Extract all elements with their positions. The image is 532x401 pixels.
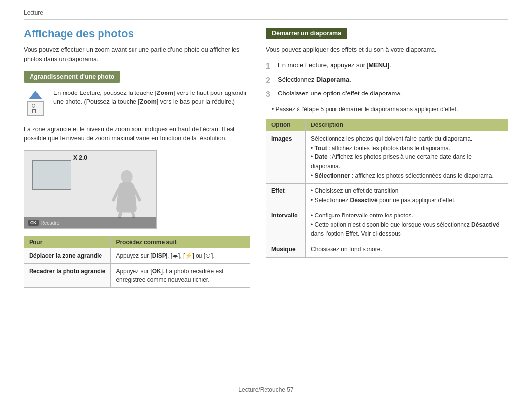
demarrer-header: Démarrer un diaporama [266, 28, 347, 39]
table-cell-action: Appuyez sur [OK]. La photo recadrée est … [111, 264, 250, 288]
right-table-header-option: Option [266, 119, 306, 131]
zoom-square-icon [32, 109, 36, 113]
page-title: Affichage des photos [24, 28, 250, 40]
instructions-table: Pour Procédez comme suit Déplacer la zon… [24, 236, 250, 288]
step-2: 2 Sélectionnez Diaporama. [266, 76, 508, 86]
numbered-steps: 1 En mode Lecture, appuyez sur [MENU]. 2… [266, 62, 508, 100]
option-desc-images: Sélectionnez les photos qui doivent fair… [306, 131, 508, 184]
table-row-musique: Musique Choisissez un fond sonore. [266, 242, 508, 258]
table-row-effet: Effet • Choisissez un effet de transitio… [266, 184, 508, 208]
ok-badge: OK [28, 220, 39, 226]
table-header-procedure: Procédez comme suit [111, 236, 250, 248]
agrandissement-header: Agrandissement d'une photo [24, 71, 120, 83]
preview-footer-bar: OK Recadrer [24, 217, 156, 228]
table-cell-action: Appuyez sur [DISP], [◂▸], [⚡] ou [⏲]. [111, 248, 250, 264]
step-1-text: En mode Lecture, appuyez sur [MENU]. [278, 62, 391, 69]
zoom-desc-text: En mode Lecture, poussez la touche [Zoom… [53, 89, 250, 107]
option-label-musique: Musique [266, 242, 306, 258]
preview-image: X 2.0 OK Recadrer [24, 150, 157, 229]
table-cell-label: Recadrer la photo agrandie [24, 264, 111, 288]
left-column: Affichage des photos Vous pouvez effectu… [24, 28, 250, 288]
option-label-images: Images [266, 131, 306, 184]
zone-text: La zone agrandie et le niveau de zoom so… [24, 125, 250, 144]
table-row: Déplacer la zone agrandie Appuyez sur [D… [24, 248, 250, 264]
section-intro: Vous pouvez effectuer un zoom avant sur … [24, 45, 250, 64]
step-bullet-note: Passez à l'étape 5 pour démarrer le diap… [272, 105, 508, 114]
zoom-circle-icon [32, 104, 35, 108]
step-3: 3 Choisissez une option d'effet de diapo… [266, 90, 508, 100]
zoom-description-box: + - En mode Lecture, poussez la touche [… [24, 89, 250, 118]
table-row-images: Images Sélectionnez les photos qui doive… [266, 131, 508, 184]
preview-inner-frame [32, 160, 71, 190]
zoom-icon-body: + - [27, 101, 44, 116]
table-cell-label: Déplacer la zone agrandie [24, 248, 111, 264]
option-desc-intervalle: • Configure l'intervalle entre les photo… [306, 208, 508, 242]
zoom-level-display: X 2.0 [73, 154, 87, 161]
recadrer-label: Recadrer [41, 220, 61, 226]
step-3-text: Choisissez une option d'effet de diapora… [278, 90, 402, 97]
option-label-effet: Effet [266, 184, 306, 208]
breadcrumb: Lecture [24, 9, 43, 16]
page-footer: Lecture/Retouche 57 [0, 386, 532, 393]
option-label-intervalle: Intervalle [266, 208, 306, 242]
right-intro: Vous pouvez appliquer des effets et du s… [266, 45, 508, 55]
right-column: Démarrer un diaporama Vous pouvez appliq… [266, 28, 508, 288]
silhouette-figure [107, 169, 146, 218]
table-row: Recadrer la photo agrandie Appuyez sur [… [24, 264, 250, 288]
table-header-pour: Pour [24, 236, 111, 248]
step-1: 1 En mode Lecture, appuyez sur [MENU]. [266, 62, 508, 72]
footer-text: Lecture/Retouche 57 [238, 386, 293, 393]
zoom-arrow-up-icon [29, 91, 42, 99]
step-2-text: Sélectionnez Diaporama. [278, 76, 351, 83]
option-desc-musique: Choisissez un fond sonore. [306, 242, 508, 258]
svg-point-0 [121, 170, 132, 184]
option-desc-effet: • Choisissez un effet de transition. • S… [306, 184, 508, 208]
zoom-icon-graphic: + - [24, 89, 47, 118]
right-table-header-description: Description [306, 119, 508, 131]
table-row-intervalle: Intervalle • Configure l'intervalle entr… [266, 208, 508, 242]
options-table: Option Description Images Sélectionnez l… [266, 119, 508, 258]
